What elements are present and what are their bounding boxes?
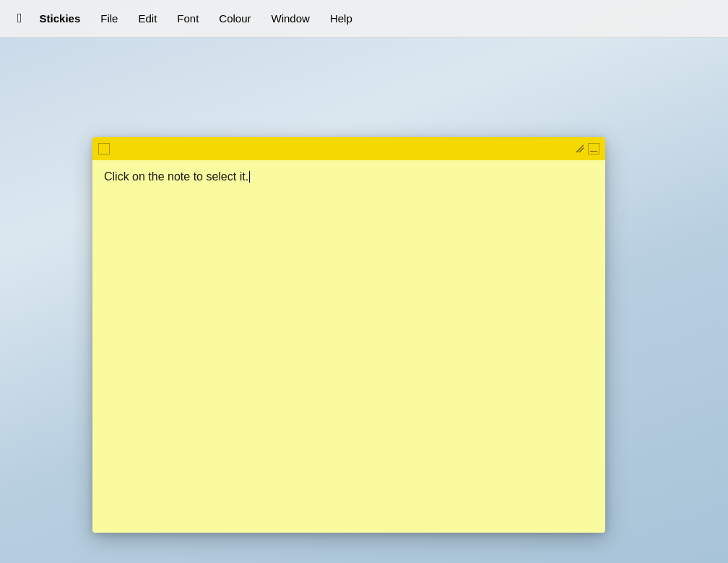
sticky-note-text: Click on the note to select it.: [104, 169, 594, 185]
titlebar-right-controls: [575, 143, 599, 154]
app-name[interactable]: Stickies: [31, 9, 90, 27]
collapse-button[interactable]: [588, 143, 599, 154]
apple-menu[interactable]: : [12, 8, 28, 29]
sticky-titlebar: [92, 137, 605, 160]
sticky-note-window[interactable]: Click on the note to select it.: [92, 137, 605, 533]
desktop: Click on the note to select it. ✓: [0, 38, 728, 563]
window-menu[interactable]: Window: [263, 9, 318, 27]
font-menu[interactable]: Font: [168, 9, 207, 27]
file-menu[interactable]: File: [92, 9, 126, 27]
resize-handle[interactable]: [595, 523, 602, 530]
resize-icon: [575, 144, 585, 154]
close-button[interactable]: [98, 143, 110, 154]
note-text-content: Click on the note to select it.: [104, 170, 248, 183]
colour-menu[interactable]: Colour: [210, 9, 259, 27]
edit-menu[interactable]: Edit: [129, 9, 165, 27]
sticky-content[interactable]: Click on the note to select it.: [92, 160, 605, 533]
menubar:  Stickies File Edit Font Colour Window …: [0, 0, 728, 38]
desktop-decoration: ✓: [619, 210, 628, 221]
text-cursor: [249, 171, 250, 183]
help-menu[interactable]: Help: [321, 9, 361, 27]
